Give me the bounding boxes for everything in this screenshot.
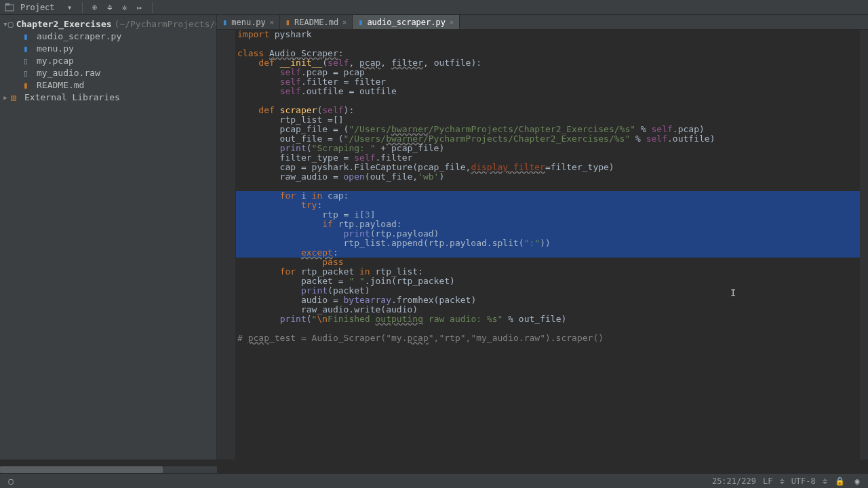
project-toolbar: Project ▾ ⊕ ≑ ✲ ↦ (0, 0, 868, 15)
editor-error-stripe[interactable] (860, 30, 868, 460)
markdown-file-icon: ▮ (23, 80, 34, 90)
tab-menu-py[interactable]: ▮ menu.py ✕ (217, 15, 280, 29)
code-line[interactable] (236, 324, 860, 333)
code-line[interactable]: self.pcap = pcap (236, 68, 860, 77)
tree-item[interactable]: ▯my_audio.raw (0, 66, 216, 79)
editor-tabs: ▮ menu.py ✕ ▮ README.md ✕ ▮ audio_scrape… (217, 15, 868, 30)
python-file-icon: ▮ (23, 43, 34, 54)
tree-root[interactable]: ▾ ▢ Chapter2_Exercises (~/PycharmProject… (0, 18, 216, 30)
caret-position: 25:21/229 (712, 476, 756, 486)
code-line[interactable]: for rtp_packet in rtp_list: (236, 267, 860, 277)
editor-gutter[interactable] (217, 30, 236, 460)
code-line[interactable] (236, 96, 860, 106)
library-icon: ▥ (11, 92, 22, 102)
code-line[interactable]: except: (236, 248, 860, 258)
project-tree: ▾ ▢ Chapter2_Exercises (~/PycharmProject… (0, 15, 217, 460)
code-line[interactable] (236, 39, 860, 49)
code-line[interactable]: print("\nFinished outputing raw audio: %… (236, 314, 860, 324)
svg-rect-1 (5, 3, 9, 5)
code-line[interactable]: print(packet) (236, 286, 860, 296)
code-line[interactable]: raw_audio.write(audio) (236, 305, 860, 314)
code-line[interactable]: out_file = ("/Users/bwarner/PycharmProje… (236, 134, 860, 144)
file-icon: ▯ (23, 56, 34, 66)
code-line[interactable]: rtp = i[3] (236, 210, 860, 220)
collapse-icon[interactable]: ⊕ (90, 2, 100, 13)
code-line[interactable]: def __init__(self, pcap, filter, outfile… (236, 58, 860, 68)
code-line[interactable]: audio = bytearray.fromhex(packet) (236, 296, 860, 305)
code-line[interactable]: print(rtp.payload) (236, 229, 860, 239)
close-icon[interactable]: ✕ (450, 18, 454, 26)
toolbar-project-label: Project (20, 3, 55, 12)
code-line[interactable]: pass (236, 258, 860, 267)
code-line[interactable] (236, 182, 860, 191)
code-line[interactable]: self.filter = filter (236, 77, 860, 87)
code-line[interactable]: filter_type = self.filter (236, 153, 860, 163)
inspector-icon[interactable]: ◉ (852, 476, 863, 487)
tree-external-libs[interactable]: ▸ ▥ External Libraries (0, 91, 216, 103)
file-icon: ▯ (23, 68, 34, 78)
svg-rect-0 (5, 5, 14, 11)
code-line[interactable]: rtp_list.append(rtp.payload.split(":")) (236, 239, 860, 248)
tree-item[interactable]: ▮menu.py (0, 42, 216, 54)
root-name: Chapter2_Exercises (16, 19, 112, 29)
code-line[interactable]: # pcap_test = Audio_Scraper("my.pcap","r… (236, 333, 860, 343)
code-line[interactable]: self.outfile = outfile (236, 87, 860, 96)
code-line[interactable]: if rtp.payload: (236, 220, 860, 229)
code-line[interactable]: cap = pyshark.FileCapture(pcap_file,disp… (236, 163, 860, 172)
tree-item[interactable]: ▯my.pcap (0, 54, 216, 66)
lock-icon[interactable]: 🔒 (834, 476, 845, 487)
folder-icon: ▢ (8, 19, 14, 29)
tab-audio-scraper-py[interactable]: ▮ audio_scraper.py ✕ (353, 15, 460, 29)
code-line[interactable]: def scraper(self): (236, 106, 860, 115)
status-bar: ▢ 25:21/229 LF ≑ UTF-8 ≑ 🔒 ◉ (0, 473, 868, 488)
code-line[interactable]: packet = " ".join(rtp_packet) (236, 277, 860, 286)
code-editor[interactable]: import pyshark class Audio_Scraper: def … (236, 30, 860, 460)
expand-icon[interactable]: ≑ (104, 2, 115, 13)
code-line[interactable]: print("Scraping: " + pcap_file) (236, 144, 860, 153)
close-icon[interactable]: ✕ (342, 18, 347, 26)
code-line[interactable]: rtp_list =[] (236, 115, 860, 125)
markdown-file-icon: ▮ (285, 18, 290, 27)
code-line[interactable]: for i in cap: (236, 191, 860, 201)
gear-icon[interactable]: ✲ (119, 2, 130, 13)
status-icon[interactable]: ▢ (5, 476, 16, 487)
tree-item[interactable]: ▮README.md (0, 79, 216, 91)
sidebar-horizontal-scrollbar[interactable] (0, 466, 217, 473)
text-caret-icon: 𝙸 (730, 287, 736, 298)
file-encoding[interactable]: UTF-8 (791, 476, 816, 486)
code-line[interactable]: pcap_file = ("/Users/bwarner/PycharmProj… (236, 125, 860, 134)
tree-item[interactable]: ▮audio_scraper.py (0, 30, 216, 42)
code-line[interactable]: try: (236, 201, 860, 210)
close-icon[interactable]: ✕ (270, 18, 274, 26)
scrollbar-thumb[interactable] (0, 466, 163, 473)
python-file-icon: ▮ (358, 18, 363, 27)
root-path: (~/PycharmProjects/Chapter2_E (115, 19, 217, 29)
tab-readme-md[interactable]: ▮ README.md ✕ (280, 15, 353, 29)
hide-icon[interactable]: ↦ (134, 2, 145, 13)
code-line[interactable]: class Audio_Scraper: (236, 49, 860, 58)
code-line[interactable]: import pyshark (236, 30, 860, 39)
line-separator[interactable]: LF (763, 476, 772, 486)
chevron-down-icon[interactable]: ▾ (64, 2, 75, 13)
python-file-icon: ▮ (222, 18, 227, 27)
project-icon[interactable] (4, 2, 15, 13)
code-line[interactable]: raw_audio = open(out_file,'wb') (236, 172, 860, 182)
python-file-icon: ▮ (23, 31, 34, 41)
